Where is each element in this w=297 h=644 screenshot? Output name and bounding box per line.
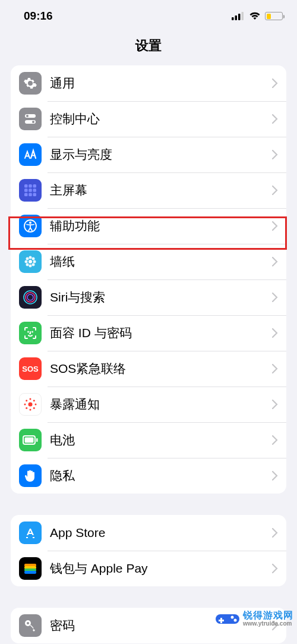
row-label: SOS紧急联络 [50, 360, 272, 377]
grid-icon [19, 179, 42, 202]
wallet-icon [19, 557, 42, 580]
svg-rect-2 [238, 14, 241, 20]
svg-rect-3 [242, 12, 244, 20]
row-control-center[interactable]: 控制中心 [11, 101, 286, 137]
svg-point-52 [234, 619, 237, 622]
svg-point-21 [29, 265, 32, 268]
svg-rect-11 [24, 189, 28, 192]
svg-point-33 [29, 403, 33, 407]
chevron-right-icon [272, 221, 278, 231]
svg-rect-13 [33, 189, 37, 192]
row-battery[interactable]: 电池 [11, 422, 286, 458]
status-indicators [232, 12, 283, 20]
svg-point-26 [26, 263, 29, 266]
svg-rect-12 [29, 189, 32, 192]
svg-point-18 [29, 222, 31, 224]
appstore-icon [19, 522, 42, 544]
chevron-right-icon [272, 435, 278, 445]
svg-point-35 [30, 409, 31, 411]
svg-point-39 [33, 400, 35, 401]
svg-point-34 [30, 398, 31, 400]
siri-icon [19, 286, 42, 309]
row-accessibility[interactable]: 辅助功能 [11, 208, 286, 244]
gear-icon [19, 72, 42, 95]
row-appstore[interactable]: App Store [11, 515, 286, 551]
row-label: 显示与亮度 [50, 146, 272, 163]
key-icon [19, 614, 42, 637]
row-exposure[interactable]: 暴露通知 [11, 387, 286, 422]
chevron-right-icon [272, 78, 278, 88]
row-label: 主屏幕 [50, 182, 272, 199]
watermark: 锐得游戏网 www.ytruida.com [212, 607, 297, 631]
svg-rect-9 [29, 184, 32, 188]
svg-point-22 [25, 260, 28, 263]
svg-rect-14 [24, 193, 28, 197]
row-home-screen[interactable]: 主屏幕 [11, 172, 286, 208]
row-siri[interactable]: Siri与搜索 [11, 279, 286, 315]
settings-group-2: App Store 钱包与 Apple Pay [11, 515, 286, 586]
svg-point-24 [26, 257, 29, 260]
page-header: 设置 [0, 32, 297, 65]
svg-point-30 [27, 294, 33, 300]
row-sos[interactable]: SOS SOS紧急联络 [11, 351, 286, 387]
chevron-right-icon [272, 257, 278, 266]
row-label: 控制中心 [50, 111, 272, 127]
chevron-right-icon [272, 400, 278, 409]
svg-point-36 [24, 404, 26, 406]
row-label: 暴露通知 [50, 396, 272, 413]
row-faceid[interactable]: 面容 ID 与密码 [11, 315, 286, 351]
svg-rect-15 [29, 193, 32, 197]
svg-point-19 [29, 260, 32, 263]
sos-icon: SOS [19, 357, 42, 380]
svg-rect-0 [232, 17, 234, 20]
svg-point-7 [32, 121, 34, 123]
row-privacy[interactable]: 隐私 [11, 458, 286, 494]
svg-point-37 [35, 404, 37, 406]
watermark-url: www.ytruida.com [243, 621, 293, 627]
row-label: 辅助功能 [50, 218, 272, 234]
row-label: 隐私 [50, 467, 272, 484]
chevron-right-icon [272, 471, 278, 480]
svg-rect-48 [24, 571, 36, 574]
row-wallet[interactable]: 钱包与 Apple Pay [11, 551, 286, 586]
watermark-title: 锐得游戏网 [243, 611, 293, 621]
row-label: 墙纸 [50, 253, 272, 270]
svg-point-25 [32, 257, 35, 260]
row-label: 钱包与 Apple Pay [50, 560, 272, 577]
chevron-right-icon [272, 293, 278, 302]
svg-rect-10 [33, 184, 37, 188]
textsize-icon [19, 143, 42, 166]
row-display[interactable]: 显示与亮度 [11, 137, 286, 172]
battery-icon [265, 12, 283, 20]
svg-rect-8 [24, 184, 28, 188]
wifi-icon [249, 12, 261, 20]
gamepad-icon [216, 610, 239, 629]
chevron-right-icon [272, 186, 278, 195]
chevron-right-icon [272, 328, 278, 338]
battery-row-icon [19, 429, 42, 451]
svg-point-41 [33, 407, 35, 409]
faceid-icon [19, 322, 42, 344]
row-wallpaper[interactable]: 墙纸 [11, 244, 286, 279]
chevron-right-icon [272, 364, 278, 373]
svg-rect-43 [36, 438, 38, 442]
row-general[interactable]: 通用 [11, 65, 286, 101]
row-label: App Store [50, 526, 272, 540]
settings-group-1: 通用 控制中心 显示与亮度 主屏幕 辅助功能 墙纸 [11, 65, 286, 494]
chevron-right-icon [272, 564, 278, 573]
row-label: 通用 [50, 75, 272, 92]
svg-point-27 [32, 263, 35, 266]
row-label: 电池 [50, 432, 272, 448]
hand-icon [19, 464, 42, 487]
svg-point-38 [26, 400, 27, 401]
chevron-right-icon [272, 114, 278, 124]
flower-icon [19, 250, 42, 273]
svg-point-5 [26, 115, 29, 117]
row-label: Siri与搜索 [50, 289, 272, 306]
svg-rect-1 [235, 15, 238, 20]
svg-point-20 [29, 256, 32, 259]
svg-point-40 [26, 407, 27, 409]
status-bar: 09:16 [0, 0, 297, 32]
chevron-right-icon [272, 528, 278, 538]
svg-rect-54 [219, 620, 224, 621]
